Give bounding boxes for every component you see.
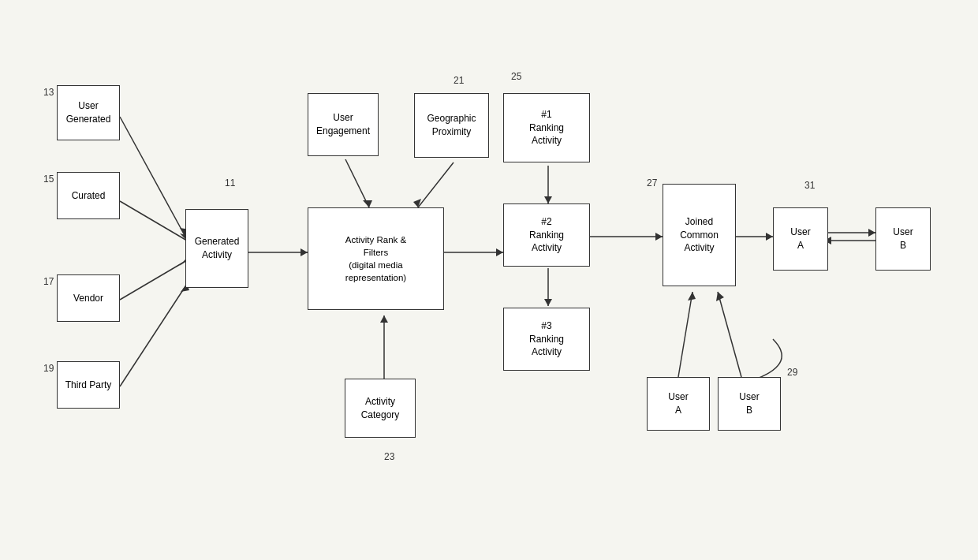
svg-marker-33 <box>716 292 724 301</box>
diagram: UserGenerated 13 Curated 15 Vendor 17 Th… <box>0 0 978 560</box>
svg-marker-17 <box>496 248 503 256</box>
svg-line-10 <box>345 159 369 207</box>
svg-marker-19 <box>544 196 552 203</box>
svg-marker-21 <box>544 299 552 306</box>
svg-marker-31 <box>688 292 696 301</box>
arrows-svg <box>0 0 978 560</box>
box-rank3: #3RankingActivity <box>503 308 590 371</box>
label-29: 29 <box>787 367 797 378</box>
box-user-a-bottom: UserA <box>647 377 710 431</box>
box-generated-activity: GeneratedActivity <box>185 209 248 288</box>
svg-marker-11 <box>363 200 372 207</box>
label-11: 11 <box>225 177 235 189</box>
svg-marker-13 <box>413 199 421 207</box>
svg-line-30 <box>678 292 692 377</box>
box-geographic-proximity: GeographicProximity <box>414 93 489 158</box>
svg-line-6 <box>120 284 187 386</box>
box-user-engagement: UserEngagement <box>308 93 379 156</box>
svg-line-2 <box>120 201 187 241</box>
box-user-a-right: UserA <box>773 207 828 271</box>
box-activity-category: ActivityCategory <box>345 379 416 438</box>
box-rank2: #2RankingActivity <box>503 203 590 267</box>
svg-marker-27 <box>868 229 875 237</box>
svg-marker-23 <box>655 233 663 241</box>
svg-line-12 <box>418 162 454 207</box>
box-third-party: Third Party <box>57 361 120 409</box>
svg-marker-9 <box>300 248 308 256</box>
svg-line-32 <box>718 292 741 377</box>
box-rank1: #1RankingActivity <box>503 93 590 162</box>
label-13: 13 <box>43 87 54 98</box>
label-31: 31 <box>804 180 815 191</box>
box-vendor: Vendor <box>57 274 120 322</box>
box-user-b-right: UserB <box>875 207 931 271</box>
label-25: 25 <box>511 71 521 82</box>
label-19: 19 <box>43 363 54 374</box>
box-activity-rank: Activity Rank &Filters(digital mediarepr… <box>308 207 444 310</box>
svg-marker-25 <box>766 233 773 241</box>
svg-marker-15 <box>380 315 388 323</box>
label-15: 15 <box>43 174 54 185</box>
box-joined-common: JoinedCommonActivity <box>663 184 736 286</box>
box-user-generated: UserGenerated <box>57 85 120 140</box>
box-user-b-bottom: UserB <box>718 377 781 431</box>
svg-line-4 <box>120 260 187 300</box>
label-23: 23 <box>384 451 394 462</box>
label-17: 17 <box>43 276 54 287</box>
label-21: 21 <box>454 75 464 86</box>
label-27: 27 <box>647 177 657 189</box>
svg-line-0 <box>120 117 185 237</box>
box-curated: Curated <box>57 172 120 219</box>
